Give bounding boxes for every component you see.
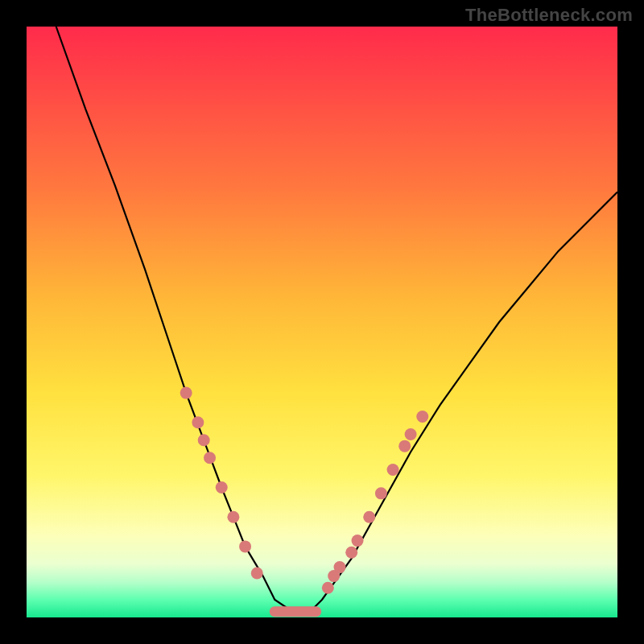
data-point [387, 464, 399, 476]
data-point [227, 511, 239, 523]
data-point [345, 547, 357, 559]
data-point [334, 561, 346, 573]
data-point [239, 540, 251, 552]
data-point [204, 452, 216, 464]
data-point [180, 387, 192, 399]
plot-area [27, 27, 617, 617]
left-data-cluster [180, 387, 263, 580]
data-point [398, 440, 411, 452]
data-point [216, 481, 228, 493]
data-point [416, 411, 428, 423]
watermark-text: TheBottleneck.com [465, 5, 633, 26]
bottleneck-curve [56, 27, 617, 612]
data-point [375, 487, 387, 499]
data-point [192, 416, 204, 428]
data-point [352, 535, 364, 547]
data-point [363, 511, 375, 523]
data-point [322, 582, 334, 594]
data-point [251, 567, 263, 579]
right-data-cluster [322, 411, 428, 594]
data-point [405, 428, 417, 440]
plot-svg [27, 27, 617, 617]
data-point [198, 434, 210, 446]
chart-frame: TheBottleneck.com [0, 0, 644, 644]
